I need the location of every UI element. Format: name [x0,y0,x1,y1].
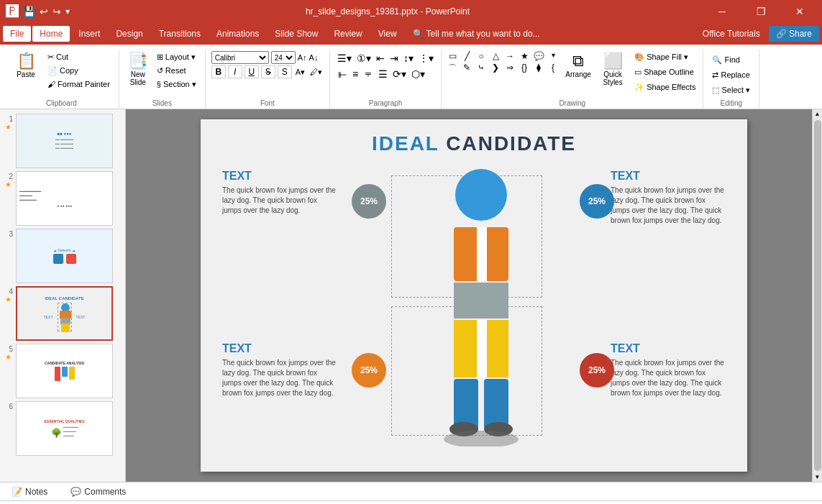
shape-line[interactable]: ╱ [460,51,473,61]
slide-img-6[interactable]: ESSENTIAL QUALITIES 🌳 ━━━━━━━━━━━━━━━━━━ [16,401,113,456]
format-painter-button[interactable]: 🖌 Format Painter [45,78,113,90]
section-button[interactable]: § Section ▾ [154,78,199,91]
decrease-indent-button[interactable]: ⇤ [375,51,386,65]
scroll-thumb[interactable] [814,120,821,471]
arrange-button[interactable]: ⧉ Arrange [562,51,594,81]
cut-button[interactable]: ✂ Cut [45,51,113,63]
shape-fill-button[interactable]: 🎨 Shape Fill ▾ [631,51,698,63]
slide-thumb-4[interactable]: 4 ★ IDEAL CANDIDATE TEXT TEXT [3,286,122,341]
select-button[interactable]: ⬚ Select ▾ [709,84,753,96]
align-right-button[interactable]: ⫧ [362,67,375,81]
underline-button[interactable]: U [245,65,259,78]
text-direction-button[interactable]: ⟳▾ [391,67,408,81]
increase-indent-button[interactable]: ⇥ [388,51,400,65]
font-size-select[interactable]: 24 [271,51,296,64]
strikethrough-button[interactable]: S̶ [261,65,275,78]
font-grow-icon[interactable]: A↑ [298,53,307,62]
office-tutorials-button[interactable]: Office Tutorials [695,26,767,42]
text-block-2[interactable]: TEXT The quick brown fox jumps over the … [611,170,726,226]
slide-img-2[interactable]: ━━━━━━━━━━━━━━━━━━━━━━━━ ● ●● ●●● [16,171,113,226]
font-shrink-icon[interactable]: A↓ [309,53,319,62]
slide-img-4[interactable]: IDEAL CANDIDATE TEXT TEXT [16,286,113,341]
layout-button[interactable]: ⊞ Layout ▾ [154,51,199,63]
text-block-1[interactable]: TEXT The quick brown fox jumps over the … [222,170,337,216]
paste-button[interactable]: 📋 Paste [10,51,42,81]
shape-flowchart[interactable]: ⧫ [532,63,545,75]
font-highlight-button[interactable]: 🖊▾ [309,66,324,78]
new-slide-button[interactable]: 📑 NewSlide [125,51,151,88]
notes-button[interactable]: 📝 Notes [7,485,52,498]
numbering-button[interactable]: ①▾ [355,51,373,65]
search-label: Tell me what you want to do... [426,29,540,39]
slide-thumb-6[interactable]: 6 ★ ESSENTIAL QUALITIES 🌳 ━━━━━━━━━━━━━━… [3,401,122,456]
find-button[interactable]: 🔍 Find [709,54,753,66]
slide-thumb-2[interactable]: 2 ★ ━━━━━━━━━━━━━━━━━━━━━━━━ ● ●● ●●● [3,171,122,226]
drawing-content: ▭ ╱ ○ △ → ★ 💬 ▾ ⌒ ✎ ⤷ ❯ ⇒ {} ⧫ [446,51,698,98]
save-icon[interactable]: 💾 [23,6,35,17]
line-spacing-button[interactable]: ↕▾ [402,51,415,65]
shape-brace[interactable]: { [547,63,560,75]
slide-thumb-3[interactable]: 3 ★ ☁ Network ☁ [3,229,122,283]
shape-rect[interactable]: ▭ [446,51,459,61]
scroll-down-button[interactable]: ▼ [813,472,822,482]
shape-outline-button[interactable]: ▭ Shape Outline [631,66,698,78]
shape-oval[interactable]: ○ [475,51,488,61]
shape-chevron[interactable]: ❯ [489,63,502,75]
menu-insert[interactable]: Insert [71,26,107,42]
menu-home[interactable]: Home [32,26,70,42]
shape-arrow[interactable]: → [503,51,516,61]
font-color-button[interactable]: A▾ [294,66,306,78]
slide-canvas[interactable]: IDEAL CANDIDATE TEXT The quick brown fox… [201,119,747,472]
menu-slideshow[interactable]: Slide Show [268,26,325,42]
undo-icon[interactable]: ↩ [40,6,48,17]
shape-star[interactable]: ★ [518,51,531,61]
reset-button[interactable]: ↺ Reset [154,65,199,77]
shape-triangle[interactable]: △ [489,51,502,61]
vertical-scrollbar[interactable]: ▲ ▼ [812,109,822,482]
menu-transitions[interactable]: Transitions [152,26,208,42]
shape-curve[interactable]: ⌒ [446,63,459,75]
slide-img-3[interactable]: ☁ Network ☁ [16,229,113,283]
slide-img-1[interactable]: ■■ ●●● ━━ ━━━━━━━━ ━━━━━━━━ ━━━━━━ [16,114,113,168]
menu-review[interactable]: Review [326,26,369,42]
restore-button[interactable]: ❐ [744,0,777,23]
slide-canvas-area[interactable]: ▲ ▼ IDEAL CANDIDATE TEXT The quick brown… [126,109,822,482]
shape-effects-button[interactable]: ✨ Shape Effects [631,81,698,93]
share-button[interactable]: 🔗 Share [769,26,819,42]
align-center-button[interactable]: ≡ [351,67,360,81]
shape-equation[interactable]: {} [518,63,531,75]
bullets-button[interactable]: ☰▾ [336,51,353,65]
justify-button[interactable]: ☰ [377,67,389,81]
quick-styles-button[interactable]: ⬜ QuickStyles [597,51,629,88]
slide-thumb-1[interactable]: 1 ★ ■■ ●●● ━━ ━━━━━━━━ ━━━━━━━━ ━━━━━━ [3,114,122,168]
bold-button[interactable]: B [211,65,226,78]
copy-button[interactable]: 📄 Copy [45,65,113,77]
menu-design[interactable]: Design [109,26,150,42]
convert-smartart-button[interactable]: ⬡▾ [410,67,426,81]
slide-thumb-5[interactable]: 5 ★ CANDIDATE ANALYSIS [3,344,122,398]
shapes-more[interactable]: ▾ [547,51,560,61]
replace-button[interactable]: ⇄ Replace [709,69,753,81]
text-block-4[interactable]: TEXT The quick brown fox jumps over the … [611,342,726,398]
font-family-select[interactable]: Calibri [211,51,269,64]
shape-block-arrow[interactable]: ⇒ [503,63,516,75]
shadow-button[interactable]: S [278,65,292,78]
redo-icon[interactable]: ↪ [52,6,61,17]
shape-callout[interactable]: 💬 [532,51,545,61]
menu-animations[interactable]: Animations [209,26,266,42]
columns-button[interactable]: ⋮▾ [417,51,435,65]
slide-img-5[interactable]: CANDIDATE ANALYSIS [16,344,113,398]
close-button[interactable]: ✕ [783,0,816,23]
menu-view[interactable]: View [371,26,404,42]
shape-freeform[interactable]: ✎ [460,63,473,75]
menu-file[interactable]: File [3,26,31,42]
italic-button[interactable]: I [228,65,242,78]
shape-connector[interactable]: ⤷ [475,63,488,75]
align-left-button[interactable]: ⫦ [336,67,349,81]
comments-button[interactable]: 💬 Comments [66,485,130,498]
minimize-button[interactable]: ─ [705,0,739,23]
scroll-up-button[interactable]: ▲ [813,109,822,119]
menu-search[interactable]: 🔍 Tell me what you want to do... [406,26,547,42]
slide-panel[interactable]: 1 ★ ■■ ●●● ━━ ━━━━━━━━ ━━━━━━━━ ━━━━━━ 2… [0,109,126,482]
text-block-3[interactable]: TEXT The quick brown fox jumps over the … [222,342,337,398]
